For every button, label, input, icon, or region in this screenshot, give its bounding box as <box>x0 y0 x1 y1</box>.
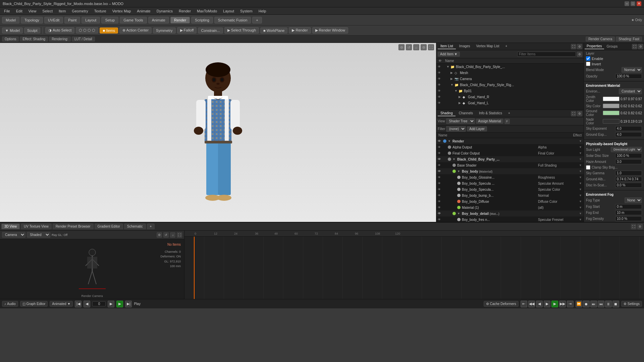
solar-disc-input[interactable] <box>615 153 642 158</box>
pb-btn2[interactable]: ◀◀ <box>528 301 535 307</box>
bottom-tab-schematic[interactable]: Schematic <box>124 224 146 229</box>
sky-exp-input[interactable] <box>615 126 642 131</box>
shading-expand-icon[interactable]: ⛶ <box>571 111 576 116</box>
frame-back-btn[interactable]: ◀ <box>84 301 90 307</box>
shading-list[interactable]: 👁 ▼ Render ▼ 👁 Alpha Output Alpha ▼ <box>436 138 584 222</box>
menu-edit[interactable]: Edit <box>13 8 25 14</box>
workspace-model[interactable]: Model <box>2 17 19 23</box>
extra-btn4[interactable]: ⏮ <box>598 301 604 307</box>
panel-settings-icon[interactable]: ⚙ <box>577 44 582 49</box>
vis-boy-body[interactable]: 👁 <box>438 170 442 173</box>
haze-input[interactable] <box>615 159 642 164</box>
bottom-viewport[interactable]: Camera Shaded Ray GL: Off ⚙ ↺ ⌕ ⛶ <box>0 231 184 299</box>
vis-bb-spec2[interactable]: 👁 <box>438 188 442 191</box>
constrain-btn[interactable]: Constrain... <box>198 27 223 34</box>
vis-base-shader[interactable]: 👁 <box>438 164 442 167</box>
shading-settings-icon[interactable]: ⚙ <box>577 111 582 116</box>
tab-vertex-map-list[interactable]: Vertex Map List <box>474 44 502 49</box>
add-item-button[interactable]: Add Item ▼ <box>438 52 460 57</box>
workspace-uvedit[interactable]: UVEdit <box>44 17 63 23</box>
bottom-tab-add[interactable]: + <box>147 224 155 229</box>
mode-model[interactable]: ▼ Model <box>2 27 23 34</box>
tab-channels[interactable]: Channels <box>456 111 476 116</box>
tree-mesh[interactable]: 👁 ▶ ◇ Mesh <box>436 70 584 76</box>
shading-row-final-color[interactable]: 👁 Final Color Output Final Color ▼ <box>436 150 584 156</box>
props-settings-icon[interactable]: ⚙ <box>638 44 643 49</box>
menu-animate[interactable]: Animate <box>134 8 153 14</box>
bottom-tab-uv-texture[interactable]: UV Texture View <box>21 224 52 229</box>
arrow-camera[interactable]: ▶ <box>450 77 454 80</box>
bottom-expand-icon[interactable]: ⛶ <box>631 224 636 229</box>
auto-select-btn[interactable]: ◑ Auto Select <box>45 27 74 34</box>
workspace-schematic[interactable]: Schematic Fusion <box>214 17 251 23</box>
arrow-rig[interactable]: ▼ <box>450 83 454 86</box>
shading-row-bc-party[interactable]: 👁 ▼ Black_Child_Boy_Party_... ▼ <box>436 156 584 162</box>
cache-deformers-button[interactable]: ⚙ Cache Deformers <box>484 301 519 307</box>
zenith-color-swatch[interactable] <box>603 97 620 101</box>
sky-gamma-input[interactable] <box>615 171 642 176</box>
shading-row-bbd-fres[interactable]: 👁 Boy_body_fres n... Specular Fresnel ▼ <box>436 217 584 222</box>
arrow-mesh[interactable]: ▶ <box>450 71 454 74</box>
vis-render[interactable]: 👁 <box>438 139 442 143</box>
menu-dynamics[interactable]: Dynamics <box>154 8 175 14</box>
filter-items-icon[interactable]: ⚙ <box>577 52 582 57</box>
arrow-bc-party[interactable]: ▼ <box>452 158 457 161</box>
close-button[interactable]: ✕ <box>637 1 641 6</box>
frame-end-btn[interactable]: ▶| <box>125 301 132 307</box>
shading-row-bb-spec2[interactable]: 👁 Boy_body_Specula... Specular Color ▼ <box>436 186 584 192</box>
fog-end-input[interactable] <box>615 210 642 215</box>
pb-btn4[interactable]: ▶ <box>544 301 550 307</box>
render-btn[interactable]: ▶ Render <box>289 27 311 34</box>
tab-shading-add[interactable]: + <box>505 111 513 116</box>
bottom-tab-render-preset[interactable]: Render Preset Browser <box>53 224 94 229</box>
workspace-layout[interactable]: Layout <box>82 17 100 23</box>
viewport-settings-icon[interactable]: ⚙ <box>421 44 427 50</box>
menu-vertex-map[interactable]: Vertex Map <box>110 8 134 14</box>
tab-shading[interactable]: Shading <box>438 111 455 116</box>
tree-root[interactable]: 👁 ▼ 📁 Black_Child_Boy_Party_Style_... <box>436 64 584 70</box>
shading-row-boy-body[interactable]: 👁 ▼ Boy_body (Material) ▼ <box>436 168 584 174</box>
workspace-topology[interactable]: Topology <box>21 17 43 23</box>
lut-detail-btn[interactable]: LUT / Detail <box>72 37 95 42</box>
tab-item-list[interactable]: Item List <box>438 44 456 49</box>
filter-items-input[interactable] <box>517 52 576 57</box>
fog-density-input[interactable] <box>615 216 642 221</box>
workspace-animate[interactable]: Animate <box>148 17 169 23</box>
bottom-viewport-icon2[interactable]: ↺ <box>163 232 169 238</box>
bottom-viewport-icon1[interactable]: ⚙ <box>157 232 162 238</box>
shading-fast-btn[interactable]: Shading: Fast <box>616 37 642 42</box>
extra-btn1[interactable]: ⏩ <box>576 301 582 307</box>
menu-render[interactable]: Render <box>176 8 194 14</box>
pb-play[interactable]: ▶ <box>551 301 558 307</box>
menu-help[interactable]: Help <box>256 8 269 14</box>
tree-rig[interactable]: 👁 ▼ 📁 Black_Child_Boy_Party_Style_Rig... <box>436 82 584 88</box>
vis-alpha[interactable]: 👁 <box>438 145 442 149</box>
shading-row-mat1[interactable]: 👁 Material (1) (all) ▼ <box>436 204 584 210</box>
mode-sculpt[interactable]: Sculpt <box>24 27 41 34</box>
blend-mode-select[interactable]: Normal <box>622 67 642 73</box>
ground-alb-input[interactable] <box>615 177 642 182</box>
vis-bb-gloss[interactable]: 👁 <box>438 176 442 179</box>
workspace-paint[interactable]: Paint <box>64 17 80 23</box>
disc-scat-input[interactable] <box>615 183 642 188</box>
arrow-boy-body-detail[interactable]: ▼ <box>457 212 461 215</box>
vis-rig[interactable]: 👁 <box>438 83 442 86</box>
extra-btn2[interactable]: ⏺ <box>583 301 590 307</box>
workspace-scripting[interactable]: Scripting <box>191 17 213 23</box>
invert-checkbox[interactable] <box>586 62 590 66</box>
enable-checkbox[interactable] <box>586 56 590 61</box>
tree-camera[interactable]: 👁 ▶ 📷 Camera <box>436 76 584 82</box>
arrow-goal-hand-l[interactable]: ▶ <box>459 101 463 105</box>
clamp-sky-checkbox[interactable] <box>586 165 590 170</box>
symmetry-btn[interactable]: Symmetry <box>153 27 176 34</box>
vis-mesh[interactable]: 👁 <box>438 71 442 74</box>
workspace-setup[interactable]: Setup <box>101 17 118 23</box>
items-btn[interactable]: ■ Items <box>100 27 118 34</box>
rendering-btn[interactable]: Rendering: <box>49 37 71 42</box>
vis-bb-spec1[interactable]: 👁 <box>438 182 442 185</box>
menu-texture[interactable]: Texture <box>92 8 109 14</box>
bottom-shading-select[interactable]: Shaded <box>27 232 50 238</box>
nadir-color-swatch[interactable] <box>603 119 620 124</box>
render-window-btn[interactable]: ▶ Render Window <box>312 27 348 34</box>
viewport-camera-icon[interactable]: ⚙ <box>398 44 405 50</box>
